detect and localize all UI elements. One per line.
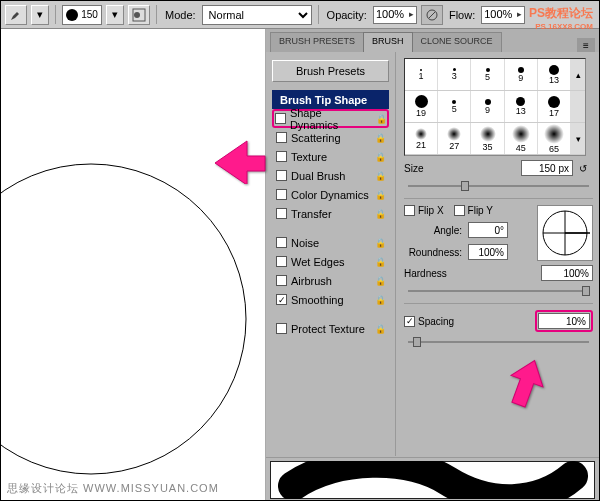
lock-icon[interactable]: 🔒 [375,152,385,162]
svg-point-3 [0,164,246,474]
scrollbar-up[interactable]: ▴ [571,59,585,90]
mode-label: Mode: [163,9,198,21]
item-wet-edges[interactable]: Wet Edges 🔒 [272,252,389,271]
panel-tabs: BRUSH PRESETS BRUSH CLONE SOURCE ≡ [266,29,599,52]
spacer [272,309,389,319]
tab-brush-presets[interactable]: BRUSH PRESETS [270,32,364,52]
hardness-label: Hardness [404,268,535,279]
checkbox-protect-texture[interactable] [276,323,287,334]
lock-icon[interactable]: 🔒 [375,190,385,200]
item-noise[interactable]: Noise 🔒 [272,233,389,252]
lock-icon[interactable]: 🔒 [375,133,385,143]
svg-point-1 [134,12,140,18]
size-input[interactable] [521,160,573,176]
checkbox-smoothing[interactable] [276,294,287,305]
lock-icon[interactable]: 🔒 [375,257,385,267]
brush-tip-controls: 1 3 5 9 13 ▴ 19 5 9 13 17 [395,52,599,456]
item-scattering[interactable]: Scattering 🔒 [272,128,389,147]
flow-input[interactable]: 100% [481,6,525,24]
spacing-slider[interactable] [404,336,593,348]
stroke-sample [278,461,588,499]
hardness-slider[interactable] [404,285,593,297]
brush-options-list: Brush Presets Brush Tip Shape Shape Dyna… [266,52,395,456]
lock-icon[interactable]: 🔒 [375,324,385,334]
svg-marker-8 [215,141,265,184]
lock-icon[interactable]: 🔒 [375,276,385,286]
spacer [272,223,389,233]
reset-size-icon[interactable]: ↺ [579,163,593,174]
scrollbar-track[interactable] [571,91,585,122]
lock-icon[interactable]: 🔒 [375,171,385,181]
angle-label: Angle: [404,225,462,236]
spacing-input[interactable] [538,313,590,329]
checkbox-scattering[interactable] [276,132,287,143]
item-smoothing[interactable]: Smoothing 🔒 [272,290,389,309]
item-texture[interactable]: Texture 🔒 [272,147,389,166]
blend-mode-select[interactable]: Normal [202,5,312,25]
angle-input[interactable] [468,222,508,238]
lock-icon[interactable]: 🔒 [376,114,386,124]
angle-control[interactable] [537,205,593,261]
panel-menu-icon[interactable]: ≡ [577,38,595,52]
brush-dropdown[interactable]: ▾ [106,5,124,25]
item-protect-texture[interactable]: Protect Texture 🔒 [272,319,389,338]
brush-sample-grid[interactable]: 1 3 5 9 13 ▴ 19 5 9 13 17 [404,58,586,156]
checkbox-transfer[interactable] [276,208,287,219]
checkbox-color-dynamics[interactable] [276,189,287,200]
tab-brush[interactable]: BRUSH [363,32,413,52]
hardness-input[interactable] [541,265,593,281]
document-canvas[interactable] [1,29,266,501]
checkbox-shape-dynamics[interactable] [275,113,286,124]
brush-size-display: 150 [81,9,98,20]
brush-preset-chip[interactable]: 150 [62,5,102,25]
roundness-input[interactable] [468,244,508,260]
callout-arrow-1 [212,139,267,184]
brush-panel-icon[interactable] [128,5,150,25]
brush-dot-icon [66,9,78,21]
flipy-checkbox[interactable]: Flip Y [454,205,493,216]
circle-path [0,159,251,479]
opacity-label: Opacity: [325,9,369,21]
scrollbar-down[interactable]: ▾ [571,123,585,154]
watermark-left: 思缘设计论坛 WWW.MISSYUAN.COM [7,481,219,496]
checkbox-noise[interactable] [276,237,287,248]
checkbox-texture[interactable] [276,151,287,162]
lock-icon[interactable]: 🔒 [375,238,385,248]
item-color-dynamics[interactable]: Color Dynamics 🔒 [272,185,389,204]
tab-clone-source[interactable]: CLONE SOURCE [412,32,502,52]
brush-panel: BRUSH PRESETS BRUSH CLONE SOURCE ≡ Brush… [266,29,599,501]
size-label: Size [404,163,515,174]
flipx-checkbox[interactable]: Flip X [404,205,444,216]
brush-tool-icon[interactable] [5,5,27,25]
item-shape-dynamics[interactable]: Shape Dynamics 🔒 [272,109,389,128]
opacity-input[interactable]: 100% [373,6,417,24]
item-dual-brush[interactable]: Dual Brush 🔒 [272,166,389,185]
spacing-checkbox[interactable]: Spacing [404,316,529,327]
tool-preset-dropdown[interactable]: ▾ [31,5,49,25]
lock-icon[interactable]: 🔒 [375,209,385,219]
lock-icon[interactable]: 🔒 [375,295,385,305]
pressure-opacity-toggle[interactable] [421,5,443,25]
flow-label: Flow: [447,9,477,21]
checkbox-airbrush[interactable] [276,275,287,286]
options-bar: ▾ 150 ▾ Mode: Normal Opacity: 100% Flow:… [1,1,599,29]
checkbox-wet-edges[interactable] [276,256,287,267]
brush-presets-button[interactable]: Brush Presets [272,60,389,82]
svg-marker-9 [503,359,551,410]
brush-stroke-preview [266,457,599,501]
size-slider[interactable] [404,180,593,192]
item-airbrush[interactable]: Airbrush 🔒 [272,271,389,290]
callout-arrow on-2 [499,359,554,414]
checkbox-dual-brush[interactable] [276,170,287,181]
main-area: BRUSH PRESETS BRUSH CLONE SOURCE ≡ Brush… [1,29,599,501]
item-transfer[interactable]: Transfer 🔒 [272,204,389,223]
roundness-label: Roundness: [404,247,462,258]
